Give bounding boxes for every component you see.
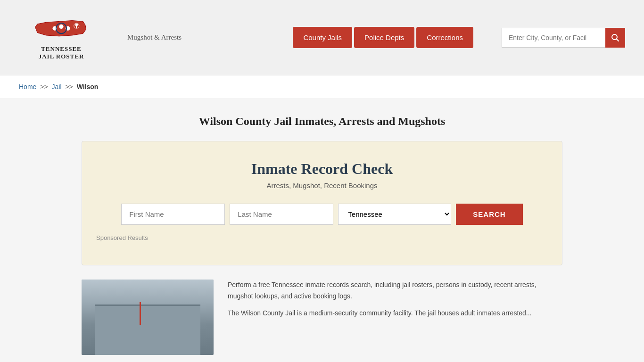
breadcrumb-current: Wilson	[77, 83, 99, 90]
description-para2: The Wilson County Jail is a medium-secur…	[228, 308, 562, 319]
first-name-input[interactable]	[121, 204, 225, 225]
logo-text: TENNESSEE JAIL ROSTER	[39, 45, 84, 60]
corrections-button[interactable]: Corrections	[416, 27, 473, 48]
header-search-button[interactable]	[605, 28, 625, 48]
record-check-box: Inmate Record Check Arrests, Mugshot, Re…	[82, 141, 562, 265]
logo-image	[33, 15, 90, 43]
record-check-title: Inmate Record Check	[96, 160, 548, 178]
record-check-subtitle: Arrests, Mugshot, Recent Bookings	[96, 181, 548, 189]
page-title: Wilson County Jail Inmates, Arrests and …	[82, 115, 562, 128]
jail-image	[82, 280, 214, 355]
breadcrumb: Home >> Jail >> Wilson	[0, 75, 644, 98]
police-depts-button[interactable]: Police Depts	[354, 27, 414, 48]
header-search-input[interactable]	[502, 28, 605, 48]
description-para1: Perform a free Tennessee inmate records …	[228, 280, 562, 302]
main-content: Wilson County Jail Inmates, Arrests and …	[63, 98, 581, 362]
breadcrumb-sep2: >>	[65, 83, 73, 90]
mugshot-arrests-link[interactable]: Mugshot & Arrests	[127, 33, 182, 41]
record-form: Tennessee Alabama Alaska Arizona Arkansa…	[96, 204, 548, 225]
sponsored-label: Sponsored Results	[96, 234, 548, 241]
county-jails-button[interactable]: County Jails	[293, 27, 352, 48]
bottom-section: Perform a free Tennessee inmate records …	[82, 280, 562, 355]
nav-buttons: County Jails Police Depts Corrections	[293, 27, 473, 48]
header-search-area	[502, 28, 625, 48]
search-icon	[611, 33, 619, 42]
description-area: Perform a free Tennessee inmate records …	[228, 280, 562, 355]
breadcrumb-jail[interactable]: Jail	[52, 83, 62, 90]
svg-line-8	[617, 39, 619, 41]
svg-rect-6	[76, 26, 77, 28]
breadcrumb-sep1: >>	[40, 83, 48, 90]
logo-area: TENNESSEE JAIL ROSTER	[19, 15, 104, 60]
site-header: TENNESSEE JAIL ROSTER Mugshot & Arrests …	[0, 0, 644, 75]
jail-building	[82, 280, 214, 355]
record-search-button[interactable]: SEARCH	[456, 204, 522, 225]
last-name-input[interactable]	[230, 204, 333, 225]
svg-point-1	[59, 25, 63, 29]
state-select[interactable]: Tennessee Alabama Alaska Arizona Arkansa…	[338, 204, 451, 225]
breadcrumb-home[interactable]: Home	[19, 83, 36, 90]
